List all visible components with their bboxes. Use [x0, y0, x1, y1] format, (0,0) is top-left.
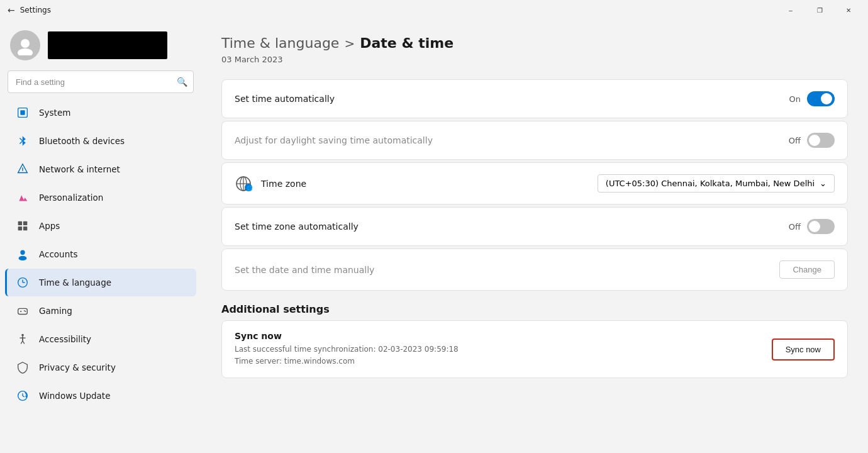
gaming-icon [15, 303, 30, 318]
profile-name-redacted [48, 31, 167, 59]
timezone-value: (UTC+05:30) Chennai, Kolkata, Mumbai, Ne… [606, 179, 815, 188]
nav-list: SystemBluetooth & devicesNetwork & inter… [0, 98, 201, 410]
sidebar-item-gaming[interactable]: Gaming [5, 297, 196, 325]
breadcrumb-separator: > [344, 36, 355, 51]
set-time-auto-card: Set time automatically On [221, 79, 848, 118]
sidebar-item-accounts[interactable]: Accounts [5, 240, 196, 268]
page-date: 03 March 2023 [221, 55, 848, 64]
titlebar-controls: – ❐ ✕ [776, 0, 863, 20]
titlebar-left: ← Settings [8, 5, 51, 15]
svg-point-11 [19, 256, 27, 260]
manual-datetime-card: Set the date and time manually Change [221, 249, 848, 291]
daylight-saving-toggle-knob [809, 135, 820, 146]
daylight-saving-toggle-label: Off [789, 136, 801, 145]
bluetooth-icon [15, 133, 30, 148]
svg-point-19 [25, 311, 26, 312]
back-icon[interactable]: ← [8, 5, 15, 15]
set-time-auto-label: Set time automatically [235, 94, 335, 104]
sidebar-item-personalization-label: Personalization [39, 193, 103, 203]
sidebar-item-update[interactable]: Windows Update [5, 382, 196, 410]
additional-settings-heading: Additional settings [221, 303, 848, 315]
set-timezone-auto-right: Off [789, 219, 835, 234]
svg-rect-7 [23, 221, 27, 225]
sync-heading: Sync now [235, 331, 459, 341]
sidebar-item-accessibility[interactable]: Accessibility [5, 325, 196, 353]
set-timezone-auto-row: Set time zone automatically Off [222, 208, 847, 245]
profile-section [0, 20, 201, 68]
search-input[interactable] [8, 70, 194, 93]
privacy-icon [15, 360, 30, 375]
search-icon: 🔍 [177, 77, 187, 87]
network-icon [15, 162, 30, 177]
sidebar-item-update-label: Windows Update [39, 391, 110, 401]
sidebar-item-gaming-label: Gaming [39, 306, 72, 316]
sidebar-item-apps[interactable]: Apps [5, 212, 196, 240]
timezone-icon: 🌐 [235, 175, 252, 193]
restore-button[interactable]: ❐ [805, 0, 834, 20]
manual-datetime-row: Set the date and time manually Change [222, 249, 847, 290]
sidebar-item-bluetooth-label: Bluetooth & devices [39, 136, 125, 146]
svg-line-23 [21, 341, 23, 344]
app-title: Settings [20, 6, 51, 14]
sync-now-button[interactable]: Sync now [772, 338, 835, 361]
svg-rect-9 [23, 226, 27, 230]
daylight-saving-card: Adjust for daylight saving time automati… [221, 121, 848, 160]
sidebar-item-apps-label: Apps [39, 221, 60, 231]
main-content: Time & language > Date & time 03 March 2… [201, 20, 868, 453]
accounts-icon [15, 247, 30, 262]
sync-last: Last successful time synchronization: 02… [235, 344, 459, 355]
system-icon [15, 105, 30, 120]
sync-info: Sync now Last successful time synchroniz… [235, 331, 459, 367]
timezone-chevron-icon: ⌄ [820, 179, 826, 188]
apps-icon [15, 218, 30, 233]
sidebar-item-accessibility-label: Accessibility [39, 334, 91, 344]
breadcrumb-current: Date & time [360, 35, 453, 51]
daylight-saving-right: Off [789, 133, 835, 148]
set-timezone-auto-toggle-knob [809, 221, 820, 232]
set-timezone-auto-toggle-label: Off [789, 222, 801, 232]
set-time-auto-toggle-label: On [789, 94, 801, 104]
sidebar-item-network-label: Network & internet [39, 164, 120, 174]
titlebar: ← Settings – ❐ ✕ [0, 0, 868, 20]
daylight-saving-toggle[interactable] [807, 133, 835, 148]
avatar [10, 30, 40, 60]
svg-rect-6 [18, 221, 22, 225]
search-box[interactable]: 🔍 [8, 70, 194, 93]
sidebar-item-system[interactable]: System [5, 99, 196, 126]
svg-point-1 [18, 48, 33, 55]
set-timezone-auto-toggle[interactable] [807, 219, 835, 234]
sidebar-item-system-label: System [39, 108, 70, 118]
svg-point-20 [21, 334, 24, 337]
timezone-card: 🌐 Time zone (UTC+05:30) Chennai, Kolkata… [221, 162, 848, 204]
sidebar-item-personalization[interactable]: Personalization [5, 184, 196, 211]
set-time-auto-toggle[interactable] [807, 91, 835, 106]
set-time-auto-right: On [789, 91, 835, 106]
sidebar-item-privacy[interactable]: Privacy & security [5, 354, 196, 381]
time-icon [15, 275, 30, 290]
close-button[interactable]: ✕ [834, 0, 863, 20]
svg-rect-3 [20, 110, 25, 115]
change-button[interactable]: Change [779, 260, 835, 279]
breadcrumb-parent[interactable]: Time & language [221, 35, 339, 51]
svg-line-24 [23, 341, 25, 344]
sidebar-item-time[interactable]: Time & language [5, 269, 196, 296]
svg-text:🌐: 🌐 [247, 185, 252, 191]
timezone-row: 🌐 Time zone (UTC+05:30) Chennai, Kolkata… [222, 163, 847, 204]
accessibility-icon [15, 332, 30, 347]
set-timezone-auto-label: Set time zone automatically [235, 221, 359, 232]
daylight-saving-label: Adjust for daylight saving time automati… [235, 135, 433, 145]
sidebar-item-network[interactable]: Network & internet [5, 155, 196, 183]
svg-point-10 [20, 250, 25, 255]
set-time-auto-toggle-knob [821, 93, 832, 104]
sync-server: Time server: time.windows.com [235, 355, 459, 367]
svg-point-0 [21, 39, 30, 48]
manual-datetime-label: Set the date and time manually [235, 265, 374, 275]
set-timezone-auto-card: Set time zone automatically Off [221, 207, 848, 246]
svg-rect-8 [18, 226, 22, 230]
daylight-saving-row: Adjust for daylight saving time automati… [222, 121, 847, 159]
timezone-dropdown[interactable]: (UTC+05:30) Chennai, Kolkata, Mumbai, Ne… [598, 174, 835, 193]
sidebar-item-bluetooth[interactable]: Bluetooth & devices [5, 127, 196, 155]
minimize-button[interactable]: – [776, 0, 805, 20]
sidebar-item-accounts-label: Accounts [39, 249, 78, 259]
timezone-label: Time zone [261, 179, 306, 189]
